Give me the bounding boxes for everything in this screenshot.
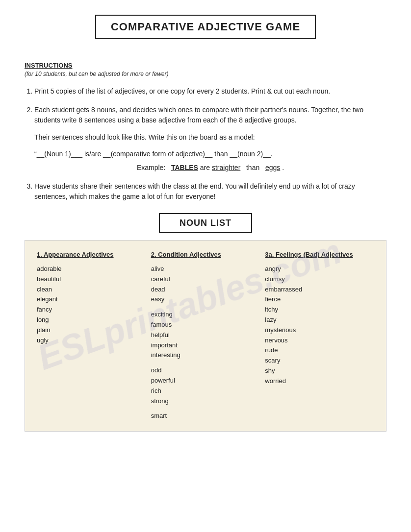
noun-item: nervous [265,336,374,346]
noun-item: important [151,340,260,351]
instructions-section: INSTRUCTIONS (for 10 students, but can b… [25,62,386,202]
noun-item: shy [265,366,374,376]
example-adj: straighter [212,164,240,171]
title-wrapper: COMPARATIVE ADJECTIVE GAME [25,15,386,51]
instructions-sub: (for 10 students, but can be adjusted fo… [25,71,386,77]
example-intro: Example: [137,164,165,171]
noun-col-1-header: 1. Appearance Adjectives [37,250,146,259]
noun-item: fancy [37,305,146,315]
instructions-label: INSTRUCTIONS [25,62,386,69]
noun-item: fierce [265,294,374,305]
noun-item: mysterious [265,325,374,336]
model-sentence: “__(Noun 1)___ is/are __(comparative for… [34,148,386,159]
example-verb: are [200,164,210,171]
instruction-step-2-text: Each student gets 8 nouns, and decides w… [34,106,363,124]
noun-item: interesting [151,350,260,361]
noun-item: worried [265,376,374,387]
noun-item: famous [151,320,260,330]
noun-item: powerful [151,376,260,386]
noun-col-1: 1. Appearance Adjectivesadorablebeautifu… [37,250,146,421]
example-than: than [246,164,259,171]
noun-col-3: 3a. Feelings (Bad) Adjectivesangryclumsy… [265,250,374,421]
noun-spacer-1-10 [151,361,260,365]
noun-item: lazy [265,315,374,325]
noun-item: dead [151,285,260,295]
noun-item: strong [151,396,260,407]
noun-item: rich [151,386,260,396]
noun-item: beautiful [37,274,146,285]
noun-item: scary [265,356,374,366]
noun-item: clumsy [265,274,374,285]
noun-spacer-1-15 [151,406,260,411]
example-noun1: TABLES [171,164,198,171]
noun-item: odd [151,365,260,376]
noun-item: angry [265,264,374,274]
noun-col-2: 2. Condition Adjectivesalivecarefuldeade… [151,250,260,421]
noun-col-2-header: 2. Condition Adjectives [151,250,260,259]
noun-item: alive [151,264,260,274]
noun-item: careful [151,274,260,285]
noun-item: long [37,315,146,325]
noun-item: itchy [265,305,374,315]
instruction-step-2: Each student gets 8 nouns, and decides w… [34,105,386,173]
noun-list-title: NOUN LIST [180,218,231,228]
noun-grid: 1. Appearance Adjectivesadorablebeautifu… [25,240,386,432]
model-intro: Their sentences should look like this. W… [34,132,386,143]
title-box: COMPARATIVE ADJECTIVE GAME [95,15,316,39]
noun-spacer-1-4 [151,305,260,310]
noun-item: rude [265,345,374,356]
model-sentence-text: “__(Noun 1)___ is/are __(comparative for… [34,150,273,158]
page-title: COMPARATIVE ADJECTIVE GAME [111,21,300,33]
noun-item: adorable [37,264,146,274]
noun-item: smart [151,411,260,421]
noun-col-3-header: 3a. Feelings (Bad) Adjectives [265,250,374,259]
instruction-step-1: Print 5 copies of the list of adjectives… [34,86,386,97]
example-line: Example: TABLES are straighter than eggs… [34,163,386,173]
noun-list-title-wrapper: NOUN LIST [25,213,386,233]
noun-item: elegant [37,294,146,305]
noun-item: clean [37,285,146,295]
noun-item: helpful [151,330,260,340]
noun-item: plain [37,325,146,336]
example-noun2: eggs [265,164,280,171]
example-period: . [282,164,284,171]
noun-item: ugly [37,336,146,346]
noun-item: easy [151,294,260,305]
instructions-list: Print 5 copies of the list of adjectives… [25,86,386,202]
noun-item: embarrassed [265,285,374,295]
noun-list-box: NOUN LIST [159,213,252,233]
noun-item: exciting [151,310,260,320]
instruction-step-3: Have students share their sentences with… [34,181,386,202]
